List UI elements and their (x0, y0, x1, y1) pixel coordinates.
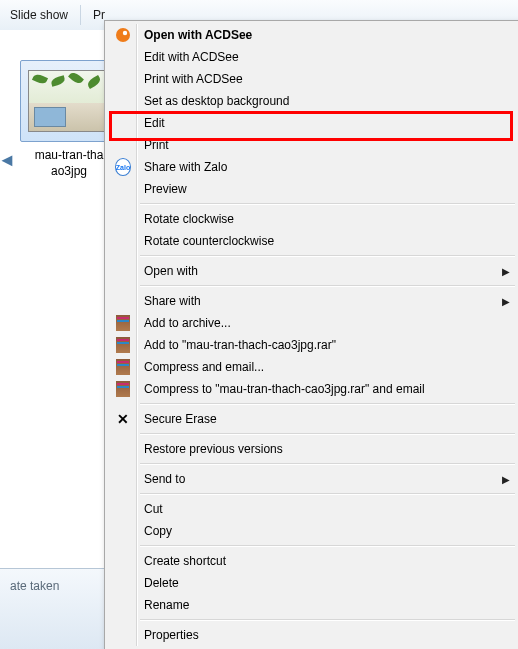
menu-cut[interactable]: Cut (108, 498, 516, 520)
menu-label: Cut (144, 502, 498, 516)
menu-separator (140, 493, 515, 495)
submenu-arrow-icon: ▶ (502, 468, 510, 490)
menu-label: Share with (144, 294, 498, 308)
menu-label: Send to (144, 472, 498, 486)
menu-properties[interactable]: Properties (108, 624, 516, 646)
menu-separator (140, 255, 515, 257)
viewport: Slide show Pr ◄ mau-tran-tha ao3jpg (0, 0, 518, 649)
menu-label: Print (144, 138, 498, 152)
menu-compress-to-and-email[interactable]: Compress to "mau-tran-thach-cao3jpg.rar"… (108, 378, 516, 400)
acdsee-icon (115, 27, 131, 43)
filename-line2: ao3jpg (51, 164, 87, 178)
menu-separator (140, 463, 515, 465)
winrar-icon (115, 337, 131, 353)
menu-separator (140, 545, 515, 547)
menu-compress-and-email[interactable]: Compress and email... (108, 356, 516, 378)
menu-label: Properties (144, 628, 498, 642)
menu-rotate-counterclockwise[interactable]: Rotate counterclockwise (108, 230, 516, 252)
menu-add-to-archive[interactable]: Add to archive... (108, 312, 516, 334)
menu-label: Compress to "mau-tran-thach-cao3jpg.rar"… (144, 382, 498, 396)
date-taken-label: ate taken (10, 579, 59, 593)
menu-edit-with-acdsee[interactable]: Edit with ACDSee (108, 46, 516, 68)
menu-separator (140, 203, 515, 205)
thumbnail-image (28, 70, 112, 132)
svg-point-0 (116, 28, 130, 42)
menu-rotate-clockwise[interactable]: Rotate clockwise (108, 208, 516, 230)
winrar-icon (115, 381, 131, 397)
menu-print[interactable]: Print (108, 134, 516, 156)
menu-label: Add to "mau-tran-thach-cao3jpg.rar" (144, 338, 498, 352)
menu-share-with-zalo[interactable]: Zalo Share with Zalo (108, 156, 516, 178)
menu-label: Compress and email... (144, 360, 498, 374)
menu-label: Open with (144, 264, 498, 278)
x-icon: ✕ (115, 411, 131, 427)
menu-label: Edit with ACDSee (144, 50, 498, 64)
menu-label: Share with Zalo (144, 160, 498, 174)
slideshow-button[interactable]: Slide show (0, 0, 78, 30)
menu-create-shortcut[interactable]: Create shortcut (108, 550, 516, 572)
menu-label: Set as desktop background (144, 94, 498, 108)
toolbar-separator (80, 5, 81, 25)
menu-label: Print with ACDSee (144, 72, 498, 86)
context-menu: Open with ACDSee Edit with ACDSee Print … (104, 20, 518, 649)
menu-label: Add to archive... (144, 316, 498, 330)
prev-arrow-icon[interactable]: ◄ (0, 145, 14, 175)
menu-send-to[interactable]: Send to ▶ (108, 468, 516, 490)
menu-label: Open with ACDSee (144, 28, 498, 42)
menu-add-to-rar[interactable]: Add to "mau-tran-thach-cao3jpg.rar" (108, 334, 516, 356)
menu-restore-previous-versions[interactable]: Restore previous versions (108, 438, 516, 460)
winrar-icon (115, 359, 131, 375)
menu-label: Create shortcut (144, 554, 498, 568)
menu-label: Rotate counterclockwise (144, 234, 498, 248)
submenu-arrow-icon: ▶ (502, 290, 510, 312)
menu-edit[interactable]: Edit (108, 112, 516, 134)
menu-print-with-acdsee[interactable]: Print with ACDSee (108, 68, 516, 90)
menu-label: Edit (144, 116, 498, 130)
filename-line1: mau-tran-tha (35, 148, 104, 162)
menu-delete[interactable]: Delete (108, 572, 516, 594)
menu-set-desktop-background[interactable]: Set as desktop background (108, 90, 516, 112)
menu-secure-erase[interactable]: ✕ Secure Erase (108, 408, 516, 430)
menu-share-with[interactable]: Share with ▶ (108, 290, 516, 312)
menu-label: Delete (144, 576, 498, 590)
menu-open-with-acdsee[interactable]: Open with ACDSee (108, 24, 516, 46)
slideshow-label: Slide show (10, 8, 68, 22)
menu-preview[interactable]: Preview (108, 178, 516, 200)
svg-point-1 (123, 31, 127, 35)
menu-separator (140, 619, 515, 621)
menu-label: Preview (144, 182, 498, 196)
menu-label: Rename (144, 598, 498, 612)
zalo-icon: Zalo (115, 159, 131, 175)
menu-separator (140, 285, 515, 287)
menu-label: Rotate clockwise (144, 212, 498, 226)
submenu-arrow-icon: ▶ (502, 260, 510, 282)
menu-copy[interactable]: Copy (108, 520, 516, 542)
winrar-icon (115, 315, 131, 331)
menu-open-with[interactable]: Open with ▶ (108, 260, 516, 282)
menu-label: Secure Erase (144, 412, 498, 426)
menu-label: Copy (144, 524, 498, 538)
menu-rename[interactable]: Rename (108, 594, 516, 616)
menu-separator (140, 433, 515, 435)
menu-separator (140, 403, 515, 405)
menu-label: Restore previous versions (144, 442, 498, 456)
